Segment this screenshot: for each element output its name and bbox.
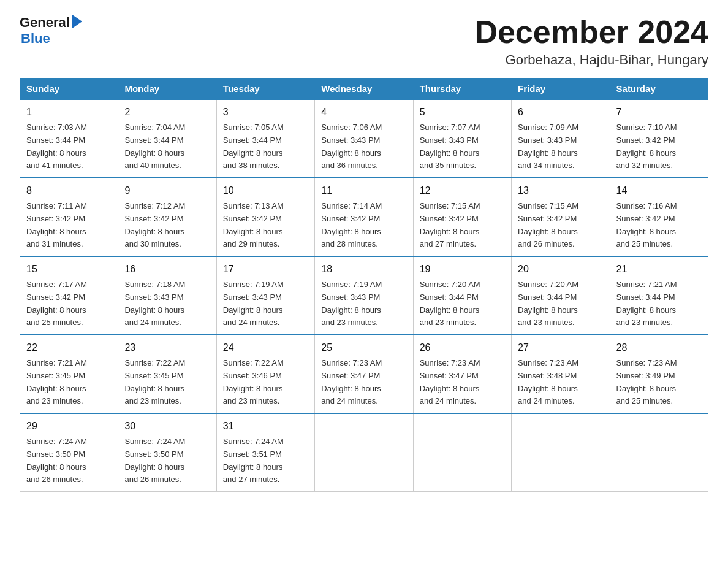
day-number: 5 <box>420 105 505 120</box>
header-wednesday: Wednesday <box>315 79 413 100</box>
day-info: Sunrise: 7:24 AMSunset: 3:50 PMDaylight:… <box>26 437 87 484</box>
day-info: Sunrise: 7:19 AMSunset: 3:43 PMDaylight:… <box>321 280 382 327</box>
day-info: Sunrise: 7:15 AMSunset: 3:42 PMDaylight:… <box>420 201 480 248</box>
svg-marker-0 <box>72 15 82 28</box>
day-info: Sunrise: 7:22 AMSunset: 3:45 PMDaylight:… <box>124 358 185 405</box>
calendar-week-row: 8 Sunrise: 7:11 AMSunset: 3:42 PMDayligh… <box>20 178 708 256</box>
table-row: 14 Sunrise: 7:16 AMSunset: 3:42 PMDaylig… <box>610 178 708 256</box>
day-info: Sunrise: 7:09 AMSunset: 3:43 PMDaylight:… <box>518 123 578 170</box>
table-row: 26 Sunrise: 7:23 AMSunset: 3:47 PMDaylig… <box>413 335 511 413</box>
day-info: Sunrise: 7:12 AMSunset: 3:42 PMDaylight:… <box>124 201 185 248</box>
calendar-header-row: Sunday Monday Tuesday Wednesday Thursday… <box>20 79 708 100</box>
table-row: 9 Sunrise: 7:12 AMSunset: 3:42 PMDayligh… <box>118 178 216 256</box>
logo-general-text: General <box>20 15 70 31</box>
day-info: Sunrise: 7:23 AMSunset: 3:49 PMDaylight:… <box>616 358 677 405</box>
table-row: 17 Sunrise: 7:19 AMSunset: 3:43 PMDaylig… <box>216 256 314 335</box>
logo: General Blue <box>20 15 82 47</box>
table-row: 6 Sunrise: 7:09 AMSunset: 3:43 PMDayligh… <box>512 99 610 178</box>
day-info: Sunrise: 7:22 AMSunset: 3:46 PMDaylight:… <box>223 358 284 405</box>
day-info: Sunrise: 7:16 AMSunset: 3:42 PMDaylight:… <box>616 201 677 248</box>
day-number: 6 <box>518 105 603 120</box>
day-info: Sunrise: 7:21 AMSunset: 3:44 PMDaylight:… <box>616 280 677 327</box>
table-row: 31 Sunrise: 7:24 AMSunset: 3:51 PMDaylig… <box>216 413 314 491</box>
day-info: Sunrise: 7:13 AMSunset: 3:42 PMDaylight:… <box>223 201 284 248</box>
header-saturday: Saturday <box>610 79 708 100</box>
table-row: 3 Sunrise: 7:05 AMSunset: 3:44 PMDayligh… <box>216 99 314 178</box>
table-row: 25 Sunrise: 7:23 AMSunset: 3:47 PMDaylig… <box>315 335 413 413</box>
day-info: Sunrise: 7:20 AMSunset: 3:44 PMDaylight:… <box>518 280 578 327</box>
day-info: Sunrise: 7:15 AMSunset: 3:42 PMDaylight:… <box>518 201 578 248</box>
day-info: Sunrise: 7:23 AMSunset: 3:47 PMDaylight:… <box>420 358 480 405</box>
header-monday: Monday <box>118 79 216 100</box>
day-info: Sunrise: 7:11 AMSunset: 3:42 PMDaylight:… <box>26 201 87 248</box>
logo-blue-text: Blue <box>21 31 50 47</box>
day-number: 18 <box>321 262 406 277</box>
day-number: 31 <box>223 419 308 434</box>
day-info: Sunrise: 7:14 AMSunset: 3:42 PMDaylight:… <box>321 201 382 248</box>
day-info: Sunrise: 7:04 AMSunset: 3:44 PMDaylight:… <box>124 123 185 170</box>
day-info: Sunrise: 7:03 AMSunset: 3:44 PMDaylight:… <box>26 123 87 170</box>
day-info: Sunrise: 7:05 AMSunset: 3:44 PMDaylight:… <box>223 123 284 170</box>
table-row: 1 Sunrise: 7:03 AMSunset: 3:44 PMDayligh… <box>20 99 118 178</box>
day-number: 26 <box>420 340 505 356</box>
day-number: 24 <box>223 340 308 356</box>
table-row: 10 Sunrise: 7:13 AMSunset: 3:42 PMDaylig… <box>216 178 314 256</box>
day-number: 27 <box>518 340 603 356</box>
day-number: 17 <box>223 262 308 277</box>
table-row: 20 Sunrise: 7:20 AMSunset: 3:44 PMDaylig… <box>512 256 610 335</box>
day-info: Sunrise: 7:19 AMSunset: 3:43 PMDaylight:… <box>223 280 284 327</box>
day-number: 30 <box>124 419 210 434</box>
calendar-week-row: 29 Sunrise: 7:24 AMSunset: 3:50 PMDaylig… <box>20 413 708 491</box>
day-number: 25 <box>321 340 406 356</box>
day-info: Sunrise: 7:21 AMSunset: 3:45 PMDaylight:… <box>26 358 87 405</box>
table-row: 4 Sunrise: 7:06 AMSunset: 3:43 PMDayligh… <box>315 99 413 178</box>
day-number: 10 <box>223 183 308 199</box>
table-row: 19 Sunrise: 7:20 AMSunset: 3:44 PMDaylig… <box>413 256 511 335</box>
day-number: 14 <box>616 183 702 199</box>
table-row: 22 Sunrise: 7:21 AMSunset: 3:45 PMDaylig… <box>20 335 118 413</box>
day-info: Sunrise: 7:24 AMSunset: 3:50 PMDaylight:… <box>124 437 185 484</box>
day-info: Sunrise: 7:23 AMSunset: 3:47 PMDaylight:… <box>321 358 382 405</box>
day-info: Sunrise: 7:18 AMSunset: 3:43 PMDaylight:… <box>124 280 185 327</box>
location-subtitle: Gorbehaza, Hajdu-Bihar, Hungary <box>474 52 708 68</box>
day-number: 19 <box>420 262 505 277</box>
day-number: 4 <box>321 105 406 120</box>
table-row: 29 Sunrise: 7:24 AMSunset: 3:50 PMDaylig… <box>20 413 118 491</box>
header-thursday: Thursday <box>413 79 511 100</box>
day-info: Sunrise: 7:20 AMSunset: 3:44 PMDaylight:… <box>420 280 480 327</box>
table-row <box>413 413 511 491</box>
table-row: 8 Sunrise: 7:11 AMSunset: 3:42 PMDayligh… <box>20 178 118 256</box>
table-row: 18 Sunrise: 7:19 AMSunset: 3:43 PMDaylig… <box>315 256 413 335</box>
day-number: 2 <box>124 105 210 120</box>
day-number: 28 <box>616 340 702 356</box>
table-row: 30 Sunrise: 7:24 AMSunset: 3:50 PMDaylig… <box>118 413 216 491</box>
day-info: Sunrise: 7:06 AMSunset: 3:43 PMDaylight:… <box>321 123 382 170</box>
table-row <box>512 413 610 491</box>
day-number: 21 <box>616 262 702 277</box>
table-row: 5 Sunrise: 7:07 AMSunset: 3:43 PMDayligh… <box>413 99 511 178</box>
table-row: 24 Sunrise: 7:22 AMSunset: 3:46 PMDaylig… <box>216 335 314 413</box>
table-row: 23 Sunrise: 7:22 AMSunset: 3:45 PMDaylig… <box>118 335 216 413</box>
month-title: December 2024 <box>474 15 708 50</box>
table-row: 15 Sunrise: 7:17 AMSunset: 3:42 PMDaylig… <box>20 256 118 335</box>
logo-arrow-icon <box>72 15 82 31</box>
day-number: 12 <box>420 183 505 199</box>
day-number: 1 <box>26 105 112 120</box>
day-number: 11 <box>321 183 406 199</box>
table-row: 7 Sunrise: 7:10 AMSunset: 3:42 PMDayligh… <box>610 99 708 178</box>
page-header: General Blue December 2024 Gorbehaza, Ha… <box>20 15 708 68</box>
table-row: 27 Sunrise: 7:23 AMSunset: 3:48 PMDaylig… <box>512 335 610 413</box>
day-number: 7 <box>616 105 702 120</box>
header-friday: Friday <box>512 79 610 100</box>
day-number: 23 <box>124 340 210 356</box>
day-number: 20 <box>518 262 603 277</box>
day-info: Sunrise: 7:07 AMSunset: 3:43 PMDaylight:… <box>420 123 480 170</box>
table-row: 12 Sunrise: 7:15 AMSunset: 3:42 PMDaylig… <box>413 178 511 256</box>
title-block: December 2024 Gorbehaza, Hajdu-Bihar, Hu… <box>474 15 708 68</box>
table-row: 13 Sunrise: 7:15 AMSunset: 3:42 PMDaylig… <box>512 178 610 256</box>
table-row: 28 Sunrise: 7:23 AMSunset: 3:49 PMDaylig… <box>610 335 708 413</box>
day-info: Sunrise: 7:24 AMSunset: 3:51 PMDaylight:… <box>223 437 284 484</box>
calendar-week-row: 15 Sunrise: 7:17 AMSunset: 3:42 PMDaylig… <box>20 256 708 335</box>
calendar-week-row: 1 Sunrise: 7:03 AMSunset: 3:44 PMDayligh… <box>20 99 708 178</box>
day-info: Sunrise: 7:23 AMSunset: 3:48 PMDaylight:… <box>518 358 578 405</box>
